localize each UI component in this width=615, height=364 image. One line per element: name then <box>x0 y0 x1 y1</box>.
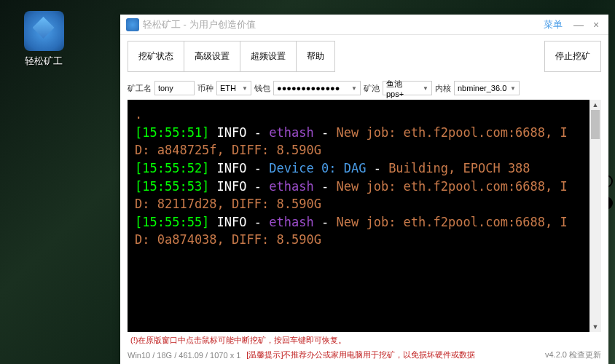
chevron-down-icon: ▼ <box>351 85 357 92</box>
wallet-select[interactable]: ●●●●●●●●●●●●●▼ <box>273 81 361 95</box>
terminal-container: .[15:55:51] INFO - ethash - New job: eth… <box>128 100 601 332</box>
desktop-shortcut[interactable]: 轻松矿工 <box>11 11 77 68</box>
scroll-thumb[interactable] <box>591 110 600 139</box>
coin-label: 币种 <box>197 83 214 94</box>
desktop-shortcut-label: 轻松矿工 <box>11 55 77 68</box>
system-info: Win10 / 18G / 461.09 / 1070 x 1 <box>128 351 240 360</box>
close-button[interactable]: × <box>587 17 605 32</box>
chevron-down-icon: ▼ <box>510 85 516 92</box>
tab-advanced-settings[interactable]: 高级设置 <box>184 41 240 72</box>
scroll-down-arrow[interactable]: ▼ <box>589 322 601 332</box>
terminal-scrollbar[interactable]: ▲ ▼ <box>589 100 601 332</box>
wallet-value: ●●●●●●●●●●●●● <box>277 84 340 92</box>
miner-name-label: 矿工名 <box>128 83 152 94</box>
kernel-select[interactable]: nbminer_36.0▼ <box>454 81 520 95</box>
tab-help[interactable]: 帮助 <box>296 41 335 72</box>
statusbar: Win10 / 18G / 461.09 / 1070 x 1 [温馨提示]不推… <box>120 347 608 364</box>
tab-overclock-settings[interactable]: 超频设置 <box>240 41 297 72</box>
terminal-output[interactable]: .[15:55:51] INFO - ethash - New job: eth… <box>128 100 589 332</box>
app-icon <box>24 11 64 51</box>
wallet-label: 钱包 <box>254 83 270 94</box>
inline-warning: (!)在原版窗口中点击鼠标可能中断挖矿，按回车键即可恢复。 <box>120 333 608 347</box>
coin-value: ETH <box>220 84 236 92</box>
tabs-row: 挖矿状态 高级设置 超频设置 帮助 停止挖矿 <box>120 35 608 78</box>
window-app-icon <box>126 18 139 31</box>
window-title: 轻松矿工 - 为用户创造价值 <box>143 18 544 31</box>
minimize-button[interactable]: — <box>570 17 587 32</box>
titlebar: 轻松矿工 - 为用户创造价值 菜单 — × <box>120 15 608 35</box>
pool-value: 鱼池pps+ <box>386 79 420 98</box>
config-row: 矿工名 币种 ETH▼ 钱包 ●●●●●●●●●●●●●▼ 矿池 鱼池pps+▼… <box>120 78 608 100</box>
status-tip: [温馨提示]不推荐办公或家用电脑用于挖矿，以免损坏硬件或数据 <box>246 349 475 360</box>
tab-mining-status[interactable]: 挖矿状态 <box>128 41 184 72</box>
miner-name-input[interactable] <box>154 81 195 95</box>
scroll-up-arrow[interactable]: ▲ <box>589 100 601 110</box>
version-check-update[interactable]: v4.2.0 检查更新 <box>545 349 601 360</box>
chevron-down-icon: ▼ <box>423 85 428 92</box>
chevron-down-icon: ▼ <box>242 85 248 92</box>
pool-select[interactable]: 鱼池pps+▼ <box>383 81 432 95</box>
stop-mining-button[interactable]: 停止挖矿 <box>544 41 601 72</box>
kernel-value: nbminer_36.0 <box>458 84 506 92</box>
pool-label: 矿池 <box>364 83 380 94</box>
menu-button[interactable]: 菜单 <box>544 18 563 31</box>
kernel-label: 内核 <box>435 83 451 94</box>
main-window: 轻松矿工 - 为用户创造价值 菜单 — × 挖矿状态 高级设置 超频设置 帮助 … <box>120 15 608 364</box>
coin-select[interactable]: ETH▼ <box>216 81 251 95</box>
